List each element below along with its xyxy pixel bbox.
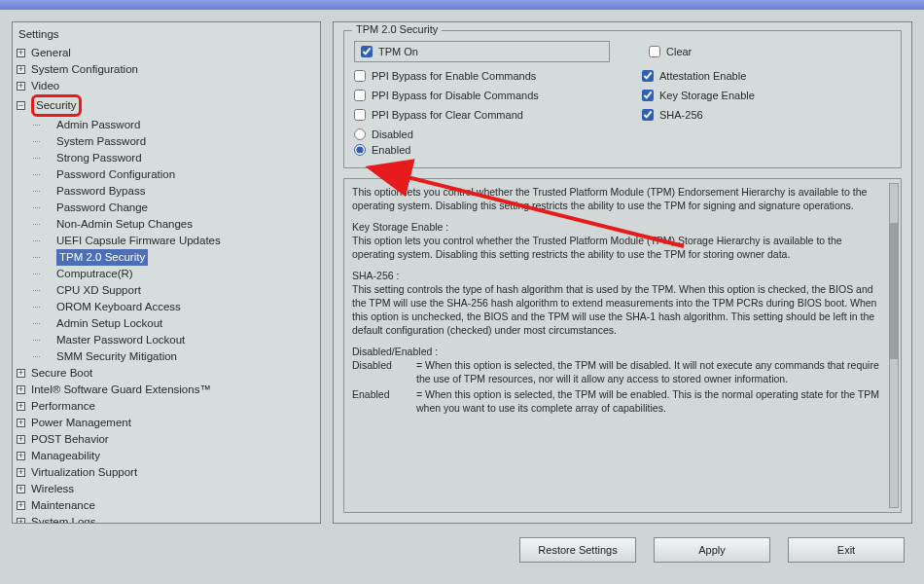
- apply-button[interactable]: Apply: [654, 537, 770, 563]
- checkbox-label: PPI Bypass for Disable Commands: [372, 90, 539, 101]
- expand-icon[interactable]: +: [17, 518, 25, 524]
- help-heading: SHA-256 :: [352, 269, 887, 282]
- tree-item-label: Wireless: [31, 481, 74, 497]
- tree-item-orom-keyboard-access[interactable]: +OROM Keyboard Access: [17, 299, 314, 315]
- tree-item-virtualization-support[interactable]: +Virtualization Support: [17, 464, 314, 481]
- tree-item-power-management[interactable]: +Power Management: [17, 415, 314, 431]
- tree-item-smm-security-mitigation[interactable]: +SMM Security Mitigation: [17, 348, 314, 365]
- checkbox-label: SHA-256: [659, 109, 703, 121]
- help-text: This setting controls the type of hash a…: [352, 282, 887, 337]
- checkbox-ppi-bypass-for-clear-command[interactable]: [354, 109, 366, 121]
- tree-item-cpu-xd-support[interactable]: +CPU XD Support: [17, 282, 314, 299]
- tree-item-video[interactable]: +Video: [17, 78, 314, 94]
- footer: Restore Settings Apply Exit: [0, 531, 924, 574]
- tree-item-non-admin-setup-changes[interactable]: +Non-Admin Setup Changes: [17, 216, 314, 233]
- tree-item-label: Non-Admin Setup Changes: [56, 216, 193, 233]
- tree-item-label: Admin Setup Lockout: [56, 315, 162, 332]
- checkbox-label: PPI Bypass for Clear Command: [372, 109, 523, 121]
- help-heading: Disabled/Enabled :: [352, 345, 887, 358]
- expand-icon[interactable]: +: [17, 65, 25, 74]
- tree-item-system-configuration[interactable]: +System Configuration: [17, 61, 314, 78]
- checkbox-label: Key Storage Enable: [659, 90, 755, 101]
- window-titlebar: [0, 0, 924, 10]
- checkbox-ppi-bypass-for-enable-commands[interactable]: [354, 70, 366, 82]
- tree-item-label: Power Management: [31, 415, 131, 431]
- tree-item-system-password[interactable]: +System Password: [17, 133, 314, 150]
- tree-item-admin-setup-lockout[interactable]: +Admin Setup Lockout: [17, 315, 314, 332]
- help-pane: This option lets you control whether the…: [343, 178, 902, 513]
- expand-icon[interactable]: +: [17, 49, 25, 57]
- tree-item-computrace-r-[interactable]: +Computrace(R): [17, 266, 314, 282]
- tree-item-password-configuration[interactable]: +Password Configuration: [17, 166, 314, 183]
- expand-icon[interactable]: +: [17, 501, 25, 510]
- tree-item-label: Virtualization Support: [31, 464, 137, 481]
- collapse-icon[interactable]: −: [17, 101, 25, 110]
- def-key: Disabled: [352, 358, 410, 385]
- checkbox-label: Clear: [666, 46, 692, 57]
- tree-item-label: POST Behavior: [31, 431, 109, 448]
- tree-item-maintenance[interactable]: +Maintenance: [17, 497, 314, 514]
- def-val: = When this option is selected, the TPM …: [416, 358, 887, 385]
- expand-icon[interactable]: +: [17, 485, 25, 493]
- tpm-enabled-label[interactable]: Enabled: [372, 144, 410, 156]
- tpm-disabled-radio[interactable]: [354, 128, 366, 140]
- tree-item-label: Computrace(R): [56, 266, 133, 282]
- tree-item-label: TPM 2.0 Security: [56, 249, 148, 266]
- scrollbar[interactable]: [889, 183, 899, 508]
- help-text: This option lets you control whether the…: [352, 234, 887, 261]
- tree-item-label: SMM Security Mitigation: [56, 348, 177, 365]
- main-panel: TPM 2.0 Security TPM OnClearPPI Bypass f…: [333, 21, 912, 524]
- tpm-disabled-label[interactable]: Disabled: [372, 128, 413, 140]
- checkbox-key-storage-enable[interactable]: [642, 90, 654, 101]
- tree-item-label: UEFI Capsule Firmware Updates: [56, 233, 221, 249]
- expand-icon[interactable]: +: [17, 385, 25, 394]
- exit-button[interactable]: Exit: [788, 537, 905, 563]
- tree-item-intel-software-guard-extensions-[interactable]: +Intel® Software Guard Extensions™: [17, 382, 314, 398]
- tree-item-label: Intel® Software Guard Extensions™: [31, 382, 211, 398]
- tree-item-performance[interactable]: +Performance: [17, 398, 314, 415]
- expand-icon[interactable]: +: [17, 82, 25, 91]
- checkbox-sha-256[interactable]: [642, 109, 654, 121]
- group-title: TPM 2.0 Security: [352, 23, 442, 35]
- tree-item-general[interactable]: +General: [17, 45, 314, 61]
- tree-item-security[interactable]: −Security: [17, 94, 314, 117]
- expand-icon[interactable]: +: [17, 435, 25, 444]
- settings-tree: Settings +General+System Configuration+V…: [12, 21, 321, 524]
- tree-item-label: Secure Boot: [31, 365, 92, 382]
- checkbox-attestation-enable[interactable]: [642, 70, 654, 82]
- tree-item-system-logs[interactable]: +System Logs: [17, 514, 314, 524]
- tree-item-label: Performance: [31, 398, 95, 415]
- tree-item-admin-password[interactable]: +Admin Password: [17, 117, 314, 133]
- tree-item-wireless[interactable]: +Wireless: [17, 481, 314, 497]
- tree-item-label: System Logs: [31, 514, 95, 524]
- tree-item-label: CPU XD Support: [56, 282, 141, 299]
- tree-item-label: Password Configuration: [56, 166, 175, 183]
- tree-item-tpm-2-0-security[interactable]: +TPM 2.0 Security: [17, 249, 314, 266]
- expand-icon[interactable]: +: [17, 369, 25, 378]
- tree-item-label: Manageability: [31, 448, 100, 464]
- checkbox-clear[interactable]: [649, 46, 660, 57]
- tree-item-label: Master Password Lockout: [56, 332, 185, 348]
- tpm-enabled-radio[interactable]: [354, 144, 366, 156]
- tree-item-label: System Configuration: [31, 61, 138, 78]
- tree-item-label: Password Change: [56, 200, 148, 216]
- tree-item-label: System Password: [56, 133, 146, 150]
- tree-item-strong-password[interactable]: +Strong Password: [17, 150, 314, 166]
- checkbox-tpm-on[interactable]: [361, 46, 373, 57]
- def-val: = When this option is selected, the TPM …: [416, 387, 887, 415]
- expand-icon[interactable]: +: [17, 402, 25, 411]
- expand-icon[interactable]: +: [17, 419, 25, 427]
- def-key: Enabled: [352, 387, 410, 415]
- tree-item-password-bypass[interactable]: +Password Bypass: [17, 183, 314, 200]
- tree-item-secure-boot[interactable]: +Secure Boot: [17, 365, 314, 382]
- tree-item-manageability[interactable]: +Manageability: [17, 448, 314, 464]
- restore-settings-button[interactable]: Restore Settings: [519, 537, 636, 563]
- checkbox-label: PPI Bypass for Enable Commands: [372, 70, 536, 82]
- expand-icon[interactable]: +: [17, 468, 25, 477]
- tree-item-post-behavior[interactable]: +POST Behavior: [17, 431, 314, 448]
- tree-item-master-password-lockout[interactable]: +Master Password Lockout: [17, 332, 314, 348]
- expand-icon[interactable]: +: [17, 452, 25, 460]
- tree-item-password-change[interactable]: +Password Change: [17, 200, 314, 216]
- checkbox-ppi-bypass-for-disable-commands[interactable]: [354, 90, 366, 101]
- tree-item-uefi-capsule-firmware-updates[interactable]: +UEFI Capsule Firmware Updates: [17, 233, 314, 249]
